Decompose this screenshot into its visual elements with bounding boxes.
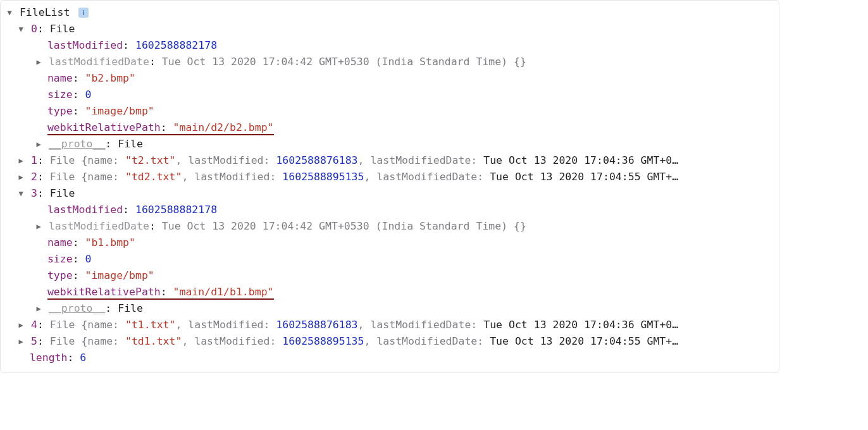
key-label: size xyxy=(47,253,73,265)
index-label: 4 xyxy=(31,319,37,331)
item-3-row[interactable]: ▼ 3: File xyxy=(6,185,774,202)
prop-proto[interactable]: ▶ __proto__: File xyxy=(6,300,774,317)
prop-lastModified: lastModified: 1602588882178 xyxy=(6,202,774,218)
key-label: lastModified xyxy=(47,39,123,51)
value: "b1.bmp" xyxy=(85,236,135,249)
value: "main/d1/b1.bmp" xyxy=(173,286,274,298)
prop-lastModified: lastModified: 1602588882178 xyxy=(6,37,774,54)
disclosure-closed-icon[interactable]: ▶ xyxy=(17,152,25,169)
value: "image/bmp" xyxy=(85,269,154,281)
disclosure-open-icon[interactable]: ▼ xyxy=(17,185,25,202)
console-object-panel: ▼ FileList i ▼ 0: File lastModified: 160… xyxy=(0,0,779,373)
value: Tue Oct 13 2020 17:04:42 GMT+0530 (India… xyxy=(162,56,507,68)
index-label: 2 xyxy=(31,171,37,183)
summary-text: File {name: "td2.txt", lastModified: 160… xyxy=(50,171,678,183)
disclosure-closed-icon[interactable]: ▶ xyxy=(35,54,42,70)
prop-webkitRelativePath: webkitRelativePath: "main/d2/b2.bmp" xyxy=(6,120,774,136)
value: File xyxy=(118,138,143,150)
key-label: lastModifiedDate xyxy=(49,56,149,68)
file-label: File xyxy=(50,23,75,35)
prop-lastModifiedDate[interactable]: ▶ lastModifiedDate: Tue Oct 13 2020 17:0… xyxy=(6,218,774,235)
key-label: name xyxy=(47,72,73,84)
key-label: webkitRelativePath xyxy=(47,121,161,133)
disclosure-open-icon[interactable]: ▼ xyxy=(17,21,25,37)
prop-type: type: "image/bmp" xyxy=(6,103,774,120)
item-2-row[interactable]: ▶ 2: File {name: "td2.txt", lastModified… xyxy=(6,169,774,185)
index-label: 3 xyxy=(31,187,37,199)
value: File xyxy=(118,302,143,314)
disclosure-closed-icon[interactable]: ▶ xyxy=(17,333,25,350)
empty-braces: {} xyxy=(514,56,526,68)
key-label: type xyxy=(47,105,73,117)
disclosure-closed-icon[interactable]: ▶ xyxy=(35,218,42,235)
length-row: length: 6 xyxy=(6,350,774,366)
key-label: length xyxy=(30,352,68,364)
file-label: File xyxy=(50,187,75,199)
index-label: 1 xyxy=(31,154,37,166)
key-label: webkitRelativePath xyxy=(47,286,161,298)
prop-name: name: "b1.bmp" xyxy=(6,235,774,251)
empty-braces: {} xyxy=(514,220,526,232)
summary-text: File {name: "t1.txt", lastModified: 1602… xyxy=(50,319,678,331)
value: "b2.bmp" xyxy=(85,72,135,84)
value: "image/bmp" xyxy=(85,105,154,117)
value: 0 xyxy=(85,89,92,101)
index-label: 0 xyxy=(31,23,37,35)
key-label: name xyxy=(47,236,73,249)
info-icon[interactable]: i xyxy=(78,8,89,18)
disclosure-closed-icon[interactable]: ▶ xyxy=(35,300,42,317)
prop-proto[interactable]: ▶ __proto__: File xyxy=(6,136,774,152)
disclosure-closed-icon[interactable]: ▶ xyxy=(17,169,25,185)
prop-type: type: "image/bmp" xyxy=(6,267,774,284)
value: Tue Oct 13 2020 17:04:42 GMT+0530 (India… xyxy=(162,220,507,232)
prop-lastModifiedDate[interactable]: ▶ lastModifiedDate: Tue Oct 13 2020 17:0… xyxy=(6,54,774,70)
prop-webkitRelativePath: webkitRelativePath: "main/d1/b1.bmp" xyxy=(6,284,774,300)
summary-text: File {name: "t2.txt", lastModified: 1602… xyxy=(50,154,678,166)
value: 1602588882178 xyxy=(135,204,217,216)
key-label: __proto__ xyxy=(49,138,105,150)
prop-size: size: 0 xyxy=(6,87,774,103)
root-row[interactable]: ▼ FileList i xyxy=(6,4,774,21)
value: "main/d2/b2.bmp" xyxy=(173,121,274,133)
disclosure-closed-icon[interactable]: ▶ xyxy=(35,136,42,152)
value: 0 xyxy=(85,253,92,265)
value: 6 xyxy=(80,352,86,364)
key-label: type xyxy=(47,269,73,281)
root-label: FileList xyxy=(20,6,70,18)
prop-name: name: "b2.bmp" xyxy=(6,70,774,87)
item-1-row[interactable]: ▶ 1: File {name: "t2.txt", lastModified:… xyxy=(6,152,774,169)
summary-text: File {name: "td1.txt", lastModified: 160… xyxy=(50,335,678,347)
item-5-row[interactable]: ▶ 5: File {name: "td1.txt", lastModified… xyxy=(6,333,774,350)
disclosure-closed-icon[interactable]: ▶ xyxy=(17,317,25,333)
index-label: 5 xyxy=(31,335,37,347)
disclosure-open-icon[interactable]: ▼ xyxy=(6,4,13,21)
value: 1602588882178 xyxy=(135,39,217,51)
item-4-row[interactable]: ▶ 4: File {name: "t1.txt", lastModified:… xyxy=(6,317,774,333)
item-0-row[interactable]: ▼ 0: File xyxy=(6,21,774,37)
key-label: lastModified xyxy=(47,204,123,216)
prop-size: size: 0 xyxy=(6,251,774,267)
key-label: lastModifiedDate xyxy=(49,220,149,232)
key-label: size xyxy=(47,89,73,101)
key-label: __proto__ xyxy=(49,302,105,314)
